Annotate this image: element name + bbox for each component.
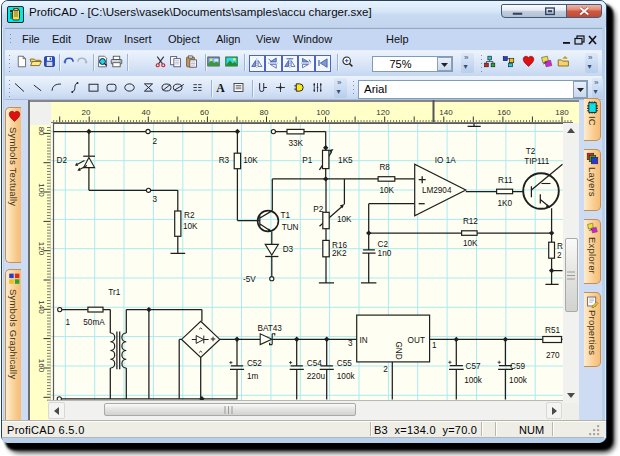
svg-text:1K5: 1K5 — [338, 156, 353, 165]
svg-text:1K0: 1K0 — [498, 199, 513, 208]
svg-text:160: 160 — [36, 358, 45, 372]
svg-text:C59: C59 — [510, 362, 525, 371]
svg-text:10K: 10K — [463, 239, 478, 248]
svg-text:50mA: 50mA — [83, 318, 105, 327]
svg-text:OUT: OUT — [408, 336, 425, 345]
svg-text:80: 80 — [36, 126, 45, 135]
svg-text:Tr1: Tr1 — [108, 288, 120, 297]
svg-text:BAT43: BAT43 — [258, 324, 283, 333]
svg-text:100k: 100k — [337, 372, 356, 381]
svg-text:D2: D2 — [57, 156, 68, 165]
svg-text:100k: 100k — [509, 376, 528, 385]
svg-text:TUN: TUN — [282, 223, 299, 232]
svg-text:2: 2 — [557, 251, 562, 260]
svg-text:R12: R12 — [463, 217, 478, 226]
svg-text:160: 160 — [497, 108, 511, 117]
svg-text:1: 1 — [432, 341, 437, 350]
svg-text:3: 3 — [348, 339, 353, 348]
svg-text:10K: 10K — [337, 215, 352, 224]
svg-text:IO 1A: IO 1A — [435, 156, 456, 165]
svg-text:2: 2 — [153, 137, 158, 146]
svg-text:100k: 100k — [464, 376, 483, 385]
svg-text:T1: T1 — [281, 211, 291, 220]
svg-text:R51: R51 — [545, 326, 560, 335]
svg-text:10K: 10K — [243, 156, 258, 165]
svg-text:R2: R2 — [184, 211, 195, 220]
svg-text:C57: C57 — [466, 362, 481, 371]
svg-text:20: 20 — [82, 108, 91, 117]
svg-text:33K: 33K — [289, 139, 304, 148]
svg-text:2K2: 2K2 — [332, 249, 347, 258]
svg-text:1: 1 — [65, 318, 70, 327]
svg-text:140: 140 — [439, 108, 453, 117]
svg-text:40: 40 — [142, 108, 151, 117]
svg-text:IN: IN — [360, 336, 368, 345]
svg-text:140: 140 — [36, 300, 45, 314]
svg-text:220u: 220u — [307, 372, 326, 381]
svg-text:C2: C2 — [378, 240, 389, 249]
svg-text:C54: C54 — [307, 359, 322, 368]
svg-text:C55: C55 — [337, 359, 352, 368]
svg-text:P2: P2 — [313, 205, 323, 214]
svg-text:2: 2 — [383, 365, 388, 374]
svg-text:R11: R11 — [498, 176, 513, 185]
svg-text:80: 80 — [260, 108, 269, 117]
svg-text:TIP111: TIP111 — [524, 157, 550, 166]
svg-text:100: 100 — [36, 183, 45, 197]
svg-text:120: 120 — [376, 108, 390, 117]
svg-text:C52: C52 — [247, 359, 262, 368]
svg-text:T2: T2 — [526, 147, 536, 156]
svg-text:10K: 10K — [183, 222, 198, 231]
svg-text:120: 120 — [36, 241, 45, 255]
svg-text:100: 100 — [316, 108, 330, 117]
svg-text:1n0: 1n0 — [378, 249, 392, 258]
svg-text:R8: R8 — [379, 163, 390, 172]
svg-text:D3: D3 — [283, 245, 294, 254]
svg-text:1m: 1m — [247, 372, 259, 381]
svg-text:LM2904: LM2904 — [422, 186, 452, 195]
svg-text:P1: P1 — [302, 156, 312, 165]
svg-text:180: 180 — [555, 108, 569, 117]
svg-text:-5V: -5V — [243, 275, 256, 284]
svg-text:GND: GND — [394, 342, 403, 360]
svg-text:60: 60 — [200, 108, 209, 117]
svg-text:A: A — [216, 82, 225, 94]
svg-text:270: 270 — [546, 351, 560, 360]
svg-text:3: 3 — [153, 195, 158, 204]
svg-text:10K: 10K — [379, 186, 394, 195]
svg-text:R3: R3 — [219, 156, 230, 165]
